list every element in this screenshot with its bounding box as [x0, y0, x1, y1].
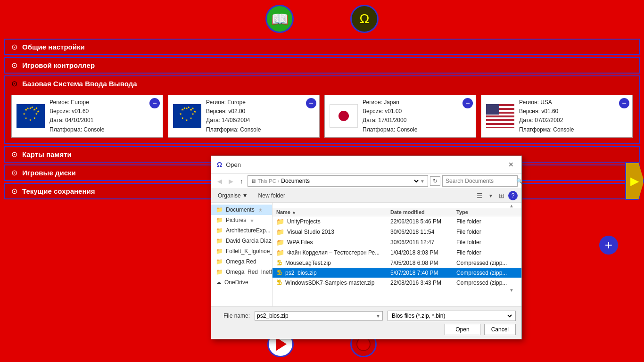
cloud-icon: ☁: [216, 279, 222, 286]
bios-card-2-info: Регион: Japan Версия: v01.00 Дата: 17/01…: [363, 98, 417, 134]
nav-forward-button[interactable]: ▶: [226, 176, 236, 186]
view-details-dropdown-button[interactable]: ▼: [487, 192, 495, 199]
left-item-omegared2[interactable]: 📁 Omega_Red_Inetfa...: [211, 267, 272, 277]
filename-input[interactable]: [257, 313, 376, 319]
left-item-pictures[interactable]: 📁 Pictures ★: [211, 215, 272, 225]
file-row[interactable]: 📁 WPA Files 30/06/2018 12:47 File folder: [272, 237, 521, 247]
file-row[interactable]: 📁 UnityProjects 22/06/2018 5:46 PM File …: [272, 216, 521, 227]
col-type-header[interactable]: Type: [456, 209, 518, 215]
col-date-header[interactable]: Date modified: [390, 209, 456, 215]
filename-label: File name:: [217, 313, 250, 319]
refresh-button[interactable]: ↻: [430, 176, 440, 186]
bios-date-2: Дата: 17/01/2000: [363, 116, 417, 125]
left-item-omegared[interactable]: 📁 Omega Red: [211, 256, 272, 267]
file-type: File folder: [456, 249, 518, 256]
folder-icon: 📁: [216, 227, 223, 234]
bios-card-1[interactable]: ★★ ★★ ★★ ★★ ★★ ★★ Регион: Europe Версия:…: [168, 95, 320, 138]
svg-text:★: ★: [37, 110, 40, 113]
chevron-icon: ⊙: [11, 168, 17, 177]
file-name-cell: 📁 Файн Корделия – Тестостерон Ре...: [276, 249, 390, 256]
cancel-button[interactable]: Cancel: [484, 324, 516, 335]
left-item-documents[interactable]: 📁 Documents ★: [211, 205, 272, 215]
folder-icon: 📁: [216, 217, 223, 223]
bios-card-3-info: Регион: USA Версия: v01.60 Дата: 07/02/2…: [519, 98, 574, 134]
book-icon[interactable]: 📖: [265, 5, 294, 33]
path-select[interactable]: Documents: [279, 177, 420, 185]
bios-remove-3[interactable]: −: [619, 98, 629, 108]
folder-icon: 📁: [276, 249, 284, 256]
file-row[interactable]: 🗜 WindowsSDK7-Samples-master.zip 22/08/2…: [272, 278, 521, 288]
open-button[interactable]: Open: [445, 324, 480, 335]
svg-text:★: ★: [23, 112, 25, 115]
file-dialog[interactable]: Ω Open ✕ ◀ ▶ ↑ 🖥 This PC › Documents ▼ ↻…: [211, 156, 522, 339]
filename-row: File name: ▼ Bios files (*.zip, *.bin): [217, 311, 516, 321]
svg-text:★: ★: [193, 110, 196, 113]
dialog-close-button[interactable]: ✕: [506, 160, 516, 169]
bios-chevron-icon: ⊙: [11, 79, 17, 88]
bios-remove-1[interactable]: −: [306, 98, 316, 108]
folder-icon: 📁: [216, 258, 223, 265]
col-name-header[interactable]: Name ▲: [276, 209, 390, 215]
omega-icon-top[interactable]: Ω: [350, 5, 379, 33]
search-icon[interactable]: 🔍: [516, 178, 523, 184]
bios-platform-2: Платформа: Console: [363, 125, 417, 134]
folder-icon: 📁: [216, 206, 223, 213]
organise-button[interactable]: Organise ▼: [215, 191, 251, 200]
section-general[interactable]: ⊙ Общие настройки: [4, 39, 640, 55]
zip-icon: 🗜: [276, 259, 282, 266]
zip-icon: 🗜: [276, 269, 282, 276]
bios-remove-2[interactable]: −: [462, 98, 473, 108]
file-name-cell: 🗜 MouseLagTest.zip: [276, 259, 390, 266]
file-row[interactable]: 📁 Файн Корделия – Тестостерон Ре... 1/04…: [272, 247, 521, 258]
bios-card-2[interactable]: Регион: Japan Версия: v01.00 Дата: 17/01…: [324, 95, 476, 138]
file-name: Файн Корделия – Тестостерон Ре...: [287, 249, 380, 256]
file-row[interactable]: 🗜 MouseLagTest.zip 7/05/2018 6:08 PM Com…: [272, 258, 521, 268]
filetype-select[interactable]: Bios files (*.zip, *.bin): [390, 312, 513, 320]
left-item-onedrive[interactable]: ☁ OneDrive: [211, 277, 272, 288]
file-row[interactable]: 📁 Visual Studio 2013 30/06/2018 11:54 Fi…: [272, 227, 521, 237]
play-triangle-icon: [276, 337, 287, 351]
bios-version-3: Версия: v01.60: [519, 107, 574, 116]
bios-card-3[interactable]: Регион: USA Версия: v01.60 Дата: 07/02/2…: [481, 95, 633, 138]
path-breadcrumb: This PC ›: [258, 178, 280, 184]
section-gamepad[interactable]: ⊙ Игровой контроллер: [4, 57, 640, 74]
file-date: 1/04/2018 8:03 PM: [390, 249, 456, 256]
left-item-follett-label: Follett_K_Igolnoe_...: [226, 248, 272, 255]
dialog-actionbar: Organise ▼ New folder ☰ ▼ ⊞ ?: [211, 189, 521, 203]
nav-up-button[interactable]: ↑: [238, 176, 246, 186]
file-date: 30/06/2018 11:54: [390, 229, 456, 235]
left-item-documents-label: Documents: [226, 206, 255, 213]
nav-back-button[interactable]: ◀: [215, 176, 224, 186]
bios-remove-0[interactable]: −: [149, 98, 160, 108]
dialog-buttons-row: Open Cancel: [217, 324, 516, 335]
svg-text:★: ★: [181, 116, 184, 120]
file-row-selected[interactable]: 🗜 ps2_bios.zip 5/07/2018 7:40 PM Compres…: [272, 268, 521, 278]
filename-dropdown-button[interactable]: ▼: [376, 313, 380, 319]
new-folder-button[interactable]: New folder: [255, 191, 289, 200]
search-input[interactable]: [446, 178, 516, 184]
bios-platform-1: Платформа: Console: [206, 125, 261, 134]
organise-label: Organise: [218, 192, 241, 199]
left-item-archexp[interactable]: 📁 ArchitectureExp... ★: [211, 225, 272, 236]
dialog-content: 📁 Documents ★ 📁 Pictures ★ 📁 Architectur…: [211, 203, 521, 306]
chevron-icon: ⊙: [11, 187, 17, 196]
left-item-follett[interactable]: 📁 Follett_K_Igolnoe_...: [211, 246, 272, 256]
search-box: 🔍: [442, 175, 518, 187]
dialog-omega-icon: Ω: [217, 161, 222, 168]
bios-header[interactable]: ⊙ Базовая Система Ввода Вывода: [5, 76, 639, 91]
view-icons-button[interactable]: ⊞: [497, 191, 506, 200]
view-details-button[interactable]: ☰: [475, 191, 485, 200]
right-arrow-icon[interactable]: ▶: [625, 162, 644, 200]
file-type: Compressed (zipp...: [456, 260, 518, 266]
left-item-david[interactable]: 📁 David Garcia Diaz...: [211, 236, 272, 246]
file-name: ps2_bios.zip: [285, 270, 317, 276]
file-date: 5/07/2018 7:40 PM: [390, 270, 456, 276]
left-item-omegared2-label: Omega_Red_Inetfa...: [226, 269, 272, 275]
bios-card-0[interactable]: ★ ★ ★ ★ ★ ★ ★ ★ ★ ★ ★ ★ Ре: [11, 95, 163, 138]
chevron-icon: ⊙: [11, 42, 17, 51]
folder-icon: 📁: [216, 248, 223, 255]
add-bios-button[interactable]: +: [599, 236, 618, 255]
flag-jp: [330, 104, 358, 128]
file-name: WPA Files: [287, 239, 313, 246]
help-button[interactable]: ?: [508, 191, 518, 200]
